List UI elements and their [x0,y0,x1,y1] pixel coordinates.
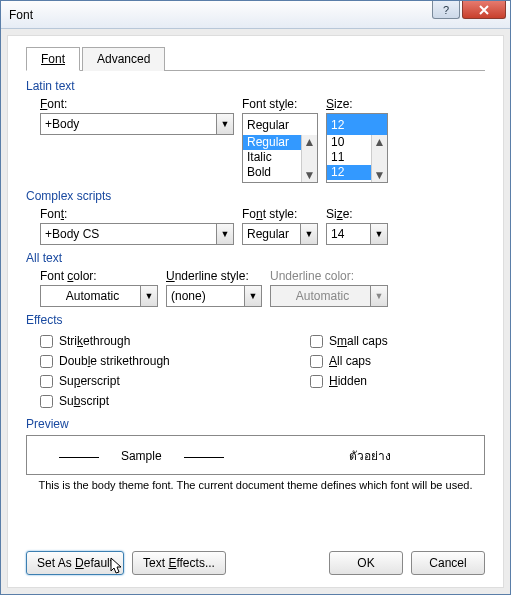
font-color-label: Font color: [40,269,158,283]
latin-style-input[interactable]: Regular [242,113,318,135]
titlebar: Font ? [1,1,510,29]
cancel-button[interactable]: Cancel [411,551,485,575]
close-button[interactable] [462,1,506,19]
text-effects-button[interactable]: Text Effects... [132,551,226,575]
strikethrough-label: Strikethrough [59,334,130,348]
tab-strip: Font Advanced [26,46,485,71]
double-strikethrough-label: Double strikethrough [59,354,170,368]
font-color-combo[interactable]: Automatic▼ [40,285,158,307]
superscript-label: Superscript [59,374,120,388]
subscript-checkbox[interactable] [40,395,53,408]
complex-size-label: Size: [326,207,388,221]
latin-text-group: Latin text [26,79,485,93]
font-dialog: Font ? Font Advanced Latin text Font: +B… [0,0,511,595]
all-text-group: All text [26,251,485,265]
all-caps-checkbox[interactable] [310,355,323,368]
tab-advanced[interactable]: Advanced [82,47,165,71]
hidden-checkbox[interactable] [310,375,323,388]
underline-color-label: Underline color: [270,269,388,283]
chevron-down-icon: ▼ [216,224,233,244]
small-caps-checkbox[interactable] [310,335,323,348]
chevron-down-icon: ▼ [140,286,157,306]
latin-size-input[interactable]: 12 [326,113,388,135]
font-label: Font: [40,97,234,111]
subscript-label: Subscript [59,394,109,408]
scrollbar[interactable]: ▲▼ [301,135,317,182]
underline-style-combo[interactable]: (none)▼ [166,285,262,307]
ok-button[interactable]: OK [329,551,403,575]
underline-color-combo: Automatic▼ [270,285,388,307]
effects-group: Effects [26,313,485,327]
underline-style-label: Underline style: [166,269,262,283]
preview-group: Preview [26,417,485,431]
strikethrough-checkbox[interactable] [40,335,53,348]
latin-size-listbox[interactable]: 10 11 12 ▲▼ [326,135,388,183]
preview-description: This is the body theme font. The current… [26,479,485,491]
complex-style-combo[interactable]: Regular▼ [242,223,318,245]
tab-font[interactable]: Font [26,47,80,71]
complex-font-label: Font: [40,207,234,221]
latin-style-listbox[interactable]: Regular Italic Bold ▲▼ [242,135,318,183]
help-button[interactable]: ? [432,1,460,19]
superscript-checkbox[interactable] [40,375,53,388]
chevron-down-icon: ▼ [216,114,233,134]
scrollbar[interactable]: ▲▼ [371,135,387,182]
chevron-down-icon: ▼ [244,286,261,306]
chevron-down-icon: ▼ [300,224,317,244]
font-style-label: Font style: [242,97,318,111]
window-title: Font [9,8,33,22]
hidden-label: Hidden [329,374,367,388]
size-label: Size: [326,97,388,111]
chevron-down-icon: ▼ [370,286,387,306]
latin-font-combo[interactable]: +Body▼ [40,113,234,135]
complex-font-combo[interactable]: +Body CS▼ [40,223,234,245]
small-caps-label: Small caps [329,334,388,348]
chevron-down-icon: ▼ [370,224,387,244]
complex-scripts-group: Complex scripts [26,189,485,203]
all-caps-label: All caps [329,354,371,368]
double-strikethrough-checkbox[interactable] [40,355,53,368]
preview-sample-latin: Sample [121,449,162,463]
preview-box: Sample ตัวอย่าง [26,435,485,475]
preview-sample-complex: ตัวอย่าง [349,449,391,463]
complex-size-combo[interactable]: 14▼ [326,223,388,245]
complex-style-label: Font style: [242,207,318,221]
set-as-default-button[interactable]: Set As Default [26,551,124,575]
